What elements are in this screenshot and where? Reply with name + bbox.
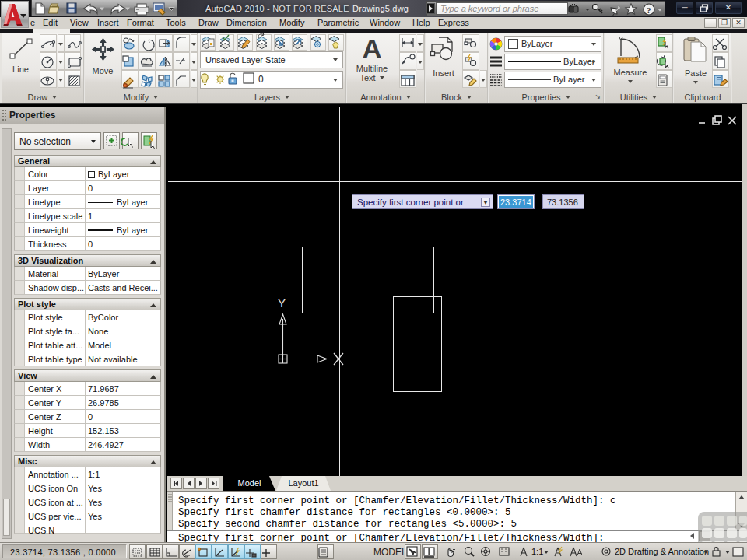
svg-text:1:1: 1:1 <box>531 547 543 556</box>
svg-text:Y: Y <box>278 296 286 310</box>
svg-text:?: ? <box>647 5 651 15</box>
svg-text:0: 0 <box>258 74 264 85</box>
